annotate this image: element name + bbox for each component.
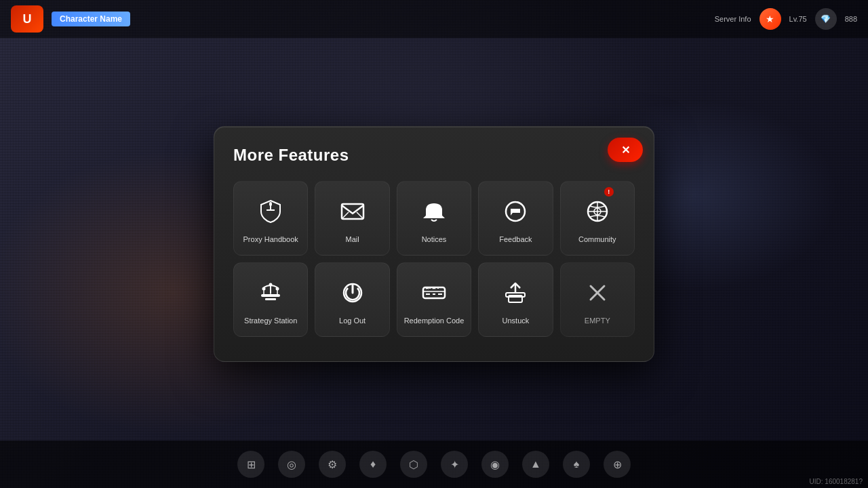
community-button[interactable]: Community <box>560 181 635 256</box>
svg-point-8 <box>269 283 273 286</box>
empty-icon <box>581 277 614 309</box>
community-icon <box>581 195 614 228</box>
svg-rect-5 <box>261 294 280 297</box>
close-button[interactable] <box>608 138 643 162</box>
unstuck-label: Unstuck <box>502 316 530 325</box>
proxy-handbook-icon <box>254 195 287 228</box>
svg-rect-1 <box>342 204 363 219</box>
log-out-button[interactable]: Log Out <box>315 262 389 337</box>
strategy-station-button[interactable]: Strategy Station <box>233 262 308 337</box>
mail-label: Mail <box>346 235 359 244</box>
unstuck-icon <box>499 277 532 309</box>
unstuck-button[interactable]: Unstuck <box>478 262 553 337</box>
log-out-icon <box>336 277 369 309</box>
feedback-label: Feedback <box>499 235 532 244</box>
log-out-label: Log Out <box>339 316 366 325</box>
proxy-handbook-label: Proxy Handbook <box>243 235 298 244</box>
mail-button[interactable]: Mail <box>315 181 389 256</box>
grid-row-1: Proxy Handbook Mail <box>233 181 635 256</box>
features-grid: Proxy Handbook Mail <box>233 181 635 337</box>
svg-rect-6 <box>265 298 276 300</box>
feedback-icon <box>499 195 532 228</box>
more-features-modal: More Features <box>214 126 654 362</box>
modal-backdrop: More Features <box>0 0 868 488</box>
svg-point-0 <box>269 202 272 205</box>
strategy-station-icon <box>254 277 287 309</box>
notices-button[interactable]: Notices <box>397 181 471 256</box>
mail-icon <box>336 195 369 228</box>
strategy-station-label: Strategy Station <box>244 316 297 325</box>
proxy-handbook-button[interactable]: Proxy Handbook <box>233 181 308 256</box>
svg-point-9 <box>276 287 279 290</box>
redemption-code-button[interactable]: Redemption Code <box>397 262 471 337</box>
grid-row-2: Strategy Station Log Out <box>233 262 635 337</box>
notices-icon <box>418 195 450 228</box>
community-notification-badge <box>604 187 614 197</box>
empty-slot: EMPTY <box>560 262 635 337</box>
community-label: Community <box>578 235 616 244</box>
feedback-button[interactable]: Feedback <box>478 181 553 256</box>
notices-label: Notices <box>422 235 447 244</box>
svg-point-7 <box>262 287 266 290</box>
redemption-code-icon <box>418 277 450 309</box>
redemption-code-label: Redemption Code <box>404 316 465 325</box>
modal-title: More Features <box>233 146 635 165</box>
empty-label: EMPTY <box>585 316 610 325</box>
